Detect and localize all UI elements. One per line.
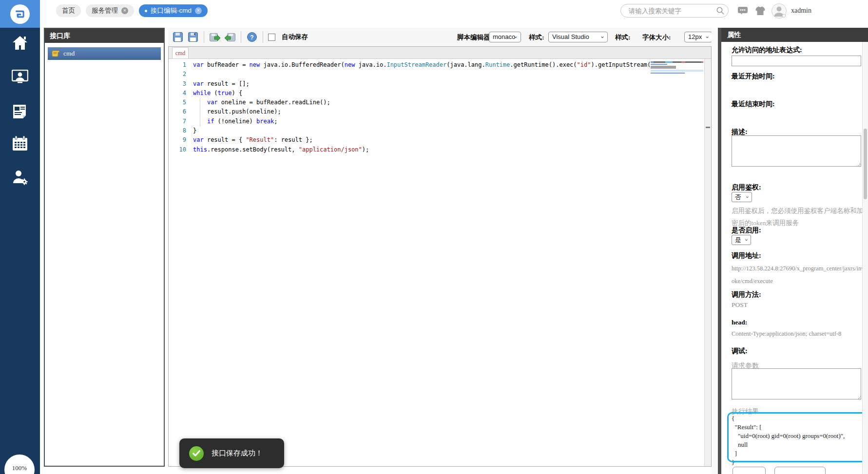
code-line[interactable]: 2	[172, 70, 705, 79]
save-as-button[interactable]	[187, 31, 199, 43]
app-screen: 首页服务管理×接口编辑-cmd×	[0, 0, 868, 474]
properties-title: 属性	[721, 28, 868, 42]
sidebar-item-home[interactable]	[12, 35, 28, 53]
calendar-icon	[12, 135, 28, 151]
theme-shirt-icon[interactable]	[755, 6, 766, 16]
invoke-method-value: POST	[732, 301, 748, 309]
last-end-label: 最近结束时间:	[732, 100, 775, 109]
script-scroll-icon	[52, 50, 59, 57]
autosave-checkbox[interactable]	[268, 34, 275, 41]
tab-close-icon[interactable]: ×	[121, 7, 128, 14]
head-value: Content-Type:application/json; charset=u…	[732, 330, 841, 338]
breadcrumb-tab-0[interactable]: 首页	[56, 4, 81, 17]
request-params-textarea[interactable]	[732, 368, 861, 399]
font-size-select[interactable]: 12px⌄	[684, 32, 713, 42]
code-lines[interactable]: 1var bufReader = new java.io.BufferedRea…	[169, 59, 705, 466]
debug-action-button-2[interactable]	[774, 467, 826, 474]
chevron-down-icon: ⌄	[600, 33, 605, 39]
line-number: 7	[172, 117, 186, 126]
editor-scrollbar[interactable]	[704, 59, 711, 466]
username[interactable]: xadmin	[791, 7, 811, 15]
debug-action-button-1[interactable]	[733, 467, 766, 474]
head-label: head:	[732, 319, 747, 326]
tab-label: 接口编辑-cmd	[151, 6, 192, 15]
help-button[interactable]: ?	[246, 31, 258, 43]
invoke-method-label: 调用方法:	[732, 290, 761, 299]
code-line[interactable]: 9var result = { "Result": result };	[172, 135, 705, 145]
script-editor-label: 脚本编辑器:	[457, 33, 492, 42]
minimap[interactable]	[651, 61, 703, 85]
invoke-address-label: 调用地址:	[732, 251, 761, 260]
toolbar-separator	[204, 31, 204, 43]
chevron-down-icon: ⌄	[705, 33, 710, 39]
app-logo-button[interactable]	[0, 0, 40, 28]
library-item-cmd[interactable]: cmd	[48, 47, 161, 60]
sidebar-item-meeting[interactable]	[12, 70, 28, 86]
properties-scrollbar[interactable]	[862, 42, 868, 474]
search-box[interactable]	[620, 4, 729, 18]
export-button[interactable]	[209, 31, 221, 43]
app-logo-icon	[10, 4, 30, 24]
enabled-select[interactable]: 是⌄	[732, 235, 751, 245]
tab-label: 首页	[62, 6, 75, 15]
zoom-level-badge[interactable]: 100%	[4, 455, 35, 474]
search-icon[interactable]	[716, 6, 725, 15]
breadcrumb-tab-1[interactable]: 服务管理×	[86, 4, 134, 17]
message-icon[interactable]	[737, 6, 748, 15]
interface-library-title: 接口库	[45, 29, 164, 43]
save-success-toast: 接口保存成功！	[179, 438, 284, 468]
allow-address-label: 允许访问的地址表达式:	[732, 46, 802, 55]
sidebar-item-cms[interactable]	[12, 104, 28, 120]
chevron-down-icon: ⌄	[513, 33, 518, 39]
split-resize-handle[interactable]	[706, 127, 710, 128]
search-input[interactable]	[628, 7, 716, 15]
code-line[interactable]: 7 if (!oneline) break;	[172, 117, 705, 126]
code-line[interactable]: 8}	[172, 126, 705, 135]
save-floppy-icon	[173, 32, 183, 42]
sidebar-item-admin[interactable]	[12, 170, 28, 187]
export-arrow-icon	[209, 32, 221, 42]
meeting-person-screen-icon	[12, 70, 28, 84]
properties-scrollbar-thumb[interactable]	[864, 129, 867, 199]
library-item-label: cmd	[63, 50, 75, 57]
code-line[interactable]: 4while (true) {	[172, 89, 705, 98]
auth-select[interactable]: 否⌄	[732, 192, 752, 202]
style-select[interactable]: Visual Studio⌄	[548, 32, 608, 42]
code-line[interactable]: 1var bufReader = new java.io.BufferedRea…	[172, 60, 705, 70]
description-textarea[interactable]	[732, 135, 861, 167]
editor-tab-cmd[interactable]: cmd	[172, 47, 189, 58]
tab-close-icon[interactable]: ×	[195, 7, 202, 14]
code-editor: cmd 1var bufReader = new java.io.Buffere…	[168, 46, 712, 467]
toast-message: 接口保存成功！	[212, 449, 263, 458]
font-size-label: 字体大小:	[642, 33, 671, 42]
line-number: 3	[172, 79, 186, 89]
indent-guide	[200, 98, 200, 126]
avatar[interactable]	[772, 3, 787, 19]
properties-panel: 属性 允许访问的地址表达式: 最近开始时间: 最近结束时间: 描述: 启用鉴权:…	[718, 28, 868, 474]
line-number: 9	[172, 135, 186, 145]
style-label: 样式:	[529, 33, 544, 42]
chevron-down-icon: ⌄	[745, 193, 750, 199]
home-icon	[12, 35, 28, 51]
sidebar-item-calendar[interactable]	[12, 135, 28, 153]
breadcrumb: 首页服务管理×接口编辑-cmd×	[56, 4, 208, 17]
autosave-label: 自动保存	[282, 33, 308, 41]
line-number: 4	[172, 89, 186, 98]
code-line[interactable]: 3var result = [];	[172, 79, 705, 89]
allow-address-input[interactable]	[732, 56, 861, 66]
toolbar-separator	[263, 31, 263, 43]
code-line[interactable]: 5 var oneline = bufReader.readLine();	[172, 98, 705, 107]
script-editor-select[interactable]: monaco⌄	[489, 32, 521, 42]
save-button[interactable]	[172, 31, 184, 43]
debug-label: 调试:	[732, 347, 748, 356]
code-line[interactable]: 6 result.push(oneline);	[172, 107, 705, 116]
editor-toolbar: ? 自动保存 脚本编辑器: monaco⌄ 样式: Visual Studio⌄…	[168, 28, 716, 46]
line-number: 1	[172, 60, 186, 70]
unsaved-dot-icon	[145, 10, 147, 12]
code-line[interactable]: 10this.response.setBody(result, "applica…	[172, 145, 705, 154]
news-icon	[12, 104, 28, 118]
breadcrumb-tab-2[interactable]: 接口编辑-cmd×	[139, 4, 208, 17]
line-number: 6	[172, 107, 186, 116]
line-number: 10	[172, 145, 186, 154]
import-button[interactable]	[224, 31, 236, 43]
